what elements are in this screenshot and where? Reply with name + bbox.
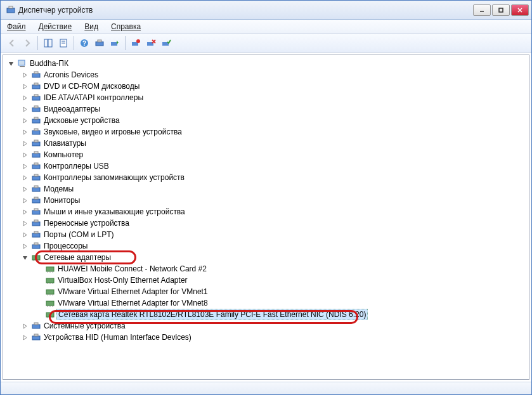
properties-button[interactable] xyxy=(56,36,71,51)
window-controls xyxy=(473,4,529,16)
expand-toggle xyxy=(35,276,42,284)
tree-category-8[interactable]: Контроллеры USB xyxy=(4,160,528,172)
expand-toggle[interactable] xyxy=(21,333,29,341)
node-label[interactable]: Компьютер xyxy=(42,150,84,160)
tree-category-4[interactable]: Дисковые устройства xyxy=(4,115,528,126)
minimize-button[interactable] xyxy=(473,4,491,16)
node-label[interactable]: Acronis Devices xyxy=(42,70,100,80)
node-label[interactable]: VMware Virtual Ethernet Adapter for VMne… xyxy=(56,287,209,297)
menu-action[interactable]: Действие xyxy=(36,21,75,32)
tree-tail-0[interactable]: Системные устройства xyxy=(4,320,528,332)
tree-category-3[interactable]: Видеоадаптеры xyxy=(4,103,528,115)
expand-toggle[interactable] xyxy=(21,322,29,330)
node-label[interactable]: Процессоры xyxy=(42,241,89,251)
expand-toggle[interactable] xyxy=(21,105,29,113)
tree-network-child-0[interactable]: HUAWEI Mobile Connect - Network Card #2 xyxy=(4,263,528,275)
device-tree[interactable]: Buddha-ПКAcronis DevicesDVD и CD-ROM дис… xyxy=(3,55,529,380)
svg-rect-51 xyxy=(34,220,38,222)
expand-toggle[interactable] xyxy=(21,197,29,204)
node-label[interactable]: Модемы xyxy=(42,184,75,194)
tree-tail-1[interactable]: Устройства HID (Human Interface Devices) xyxy=(4,332,528,343)
tree-root[interactable]: Buddha-ПК xyxy=(4,58,528,69)
expand-toggle[interactable] xyxy=(21,139,29,147)
disable-button[interactable] xyxy=(143,36,159,51)
node-label[interactable]: Видеоадаптеры xyxy=(42,104,101,114)
svg-rect-72 xyxy=(46,301,54,306)
node-label[interactable]: HUAWEI Mobile Connect - Network Card #2 xyxy=(56,264,208,274)
node-label[interactable]: Мыши и иные указывающие устройства xyxy=(42,207,186,217)
tree-category-11[interactable]: Мониторы xyxy=(4,195,528,206)
maximize-button[interactable] xyxy=(492,4,510,16)
scan-hardware-button[interactable] xyxy=(92,36,107,51)
svg-rect-28 xyxy=(32,96,40,100)
expand-toggle[interactable] xyxy=(21,162,29,170)
svg-rect-36 xyxy=(32,142,40,146)
tree-category-1[interactable]: DVD и CD-ROM дисководы xyxy=(4,81,528,92)
node-label[interactable]: Звуковые, видео и игровые устройства xyxy=(42,127,183,137)
tree-category-10[interactable]: Модемы xyxy=(4,183,528,195)
expand-toggle[interactable] xyxy=(21,128,29,136)
tree-category-5[interactable]: Звуковые, видео и игровые устройства xyxy=(4,126,528,138)
expand-toggle[interactable] xyxy=(21,174,29,181)
node-label[interactable]: IDE ATA/ATAPI контроллеры xyxy=(42,93,145,103)
tree-category-6[interactable]: Клавиатуры xyxy=(4,138,528,149)
tree-category-13[interactable]: Переносные устройства xyxy=(4,217,528,229)
node-label[interactable]: VirtualBox Host-Only Ethernet Adapter xyxy=(56,275,189,285)
node-label[interactable]: Сетевые адаптеры xyxy=(42,252,112,262)
close-button[interactable] xyxy=(511,4,529,16)
tree-category-9[interactable]: Контроллеры запоминающих устройств xyxy=(4,172,528,183)
expand-toggle[interactable] xyxy=(21,117,29,124)
svg-rect-34 xyxy=(32,131,40,134)
expand-toggle[interactable] xyxy=(21,208,29,216)
tree-category-2[interactable]: IDE ATA/ATAPI контроллеры xyxy=(4,92,528,103)
node-label[interactable]: Сетевая карта Realtek RTL8102E/RTL8103E … xyxy=(56,309,368,320)
expand-toggle[interactable] xyxy=(7,60,15,67)
svg-rect-40 xyxy=(32,165,40,169)
menu-file[interactable]: Файл xyxy=(4,21,29,32)
svg-rect-25 xyxy=(34,72,38,74)
node-label[interactable]: Клавиатуры xyxy=(42,138,88,148)
node-label[interactable]: Порты (COM и LPT) xyxy=(42,230,115,240)
node-label[interactable]: Контроллеры запоминающих устройств xyxy=(42,172,186,183)
tree-category-12[interactable]: Мыши и иные указывающие устройства xyxy=(4,206,528,217)
help-button[interactable]: ? xyxy=(77,36,92,51)
expand-toggle[interactable] xyxy=(21,219,29,227)
tree-category-15[interactable]: Процессоры xyxy=(4,240,528,252)
expand-toggle[interactable] xyxy=(21,82,29,90)
expand-toggle[interactable] xyxy=(21,185,29,193)
node-label[interactable]: Дисковые устройства xyxy=(42,115,121,126)
tree-network-child-2[interactable]: VMware Virtual Ethernet Adapter for VMne… xyxy=(4,286,528,297)
tree-network-child-4[interactable]: Сетевая карта Realtek RTL8102E/RTL8103E … xyxy=(4,309,528,320)
device-icon xyxy=(17,58,27,68)
update-driver-button[interactable] xyxy=(107,36,122,51)
menu-view[interactable]: Вид xyxy=(82,21,101,32)
tree-category-7[interactable]: Компьютер xyxy=(4,149,528,160)
tree-network-child-3[interactable]: VMware Virtual Ethernet Adapter for VMne… xyxy=(4,297,528,309)
expand-toggle[interactable] xyxy=(21,231,29,238)
tree-category-0[interactable]: Acronis Devices xyxy=(4,69,528,81)
enable-button[interactable] xyxy=(159,36,174,51)
tree-network-adapters[interactable]: Сетевые адаптеры xyxy=(4,252,528,263)
node-label[interactable]: VMware Virtual Ethernet Adapter for VMne… xyxy=(56,298,209,308)
node-label[interactable]: Системные устройства xyxy=(42,321,127,331)
expand-toggle[interactable] xyxy=(21,71,29,79)
svg-rect-42 xyxy=(32,176,40,180)
expand-toggle[interactable] xyxy=(21,151,29,159)
tree-category-14[interactable]: Порты (COM и LPT) xyxy=(4,229,528,240)
node-label[interactable]: Контроллеры USB xyxy=(42,161,110,171)
show-hide-tree-button[interactable] xyxy=(41,36,56,51)
menu-help[interactable]: Справка xyxy=(108,21,143,32)
expand-toggle[interactable] xyxy=(21,94,29,101)
device-icon xyxy=(31,172,41,183)
node-label[interactable]: Устройства HID (Human Interface Devices) xyxy=(42,332,193,342)
node-label[interactable]: Мониторы xyxy=(42,195,81,205)
node-label[interactable]: Buddha-ПК xyxy=(29,58,70,68)
tree-network-child-1[interactable]: VirtualBox Host-Only Ethernet Adapter xyxy=(4,275,528,286)
expand-toggle[interactable] xyxy=(21,242,29,250)
expand-toggle xyxy=(35,311,42,318)
expand-toggle[interactable] xyxy=(21,254,29,261)
uninstall-button[interactable] xyxy=(128,36,143,51)
node-label[interactable]: DVD и CD-ROM дисководы xyxy=(42,81,141,91)
node-label[interactable]: Переносные устройства xyxy=(42,218,131,228)
svg-rect-30 xyxy=(32,108,40,112)
